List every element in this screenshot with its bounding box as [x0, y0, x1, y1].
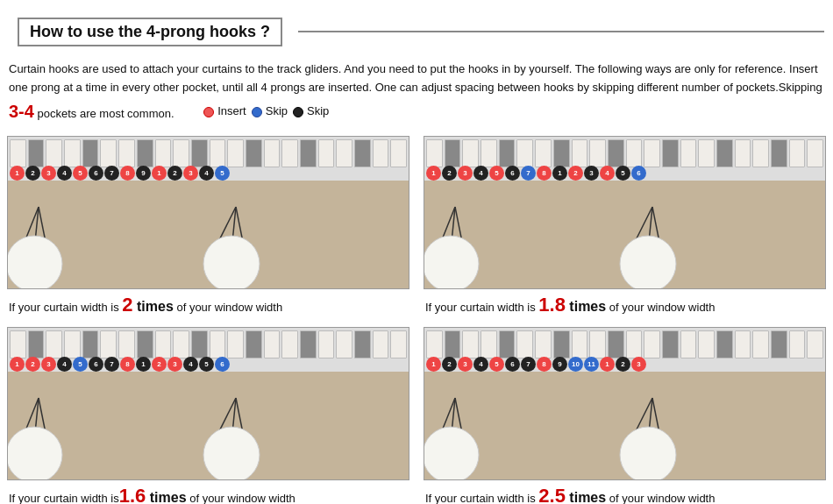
times-value: 2.5 — [538, 485, 566, 504]
diagram-image-2.5x: 1234567891011123 — [424, 327, 826, 480]
badge-1.8x-9: 2 — [568, 166, 583, 181]
desc-text2: pockets are most common. — [34, 107, 174, 120]
badge-1.8x-11: 4 — [600, 166, 615, 181]
times-word: times — [133, 299, 174, 314]
times-word: times — [146, 490, 186, 504]
diagram-image-2x: 12345678912345 — [7, 136, 409, 289]
badge-2.5x-2: 3 — [458, 357, 473, 372]
caption-prefix: If your curtain width is — [425, 301, 538, 314]
badge-2.5x-0: 1 — [426, 357, 441, 372]
diagrams-grid: 12345678912345 If your curtain width is … — [0, 132, 833, 504]
caption-2.5x: If your curtain width is 2.5 times of yo… — [424, 485, 826, 504]
description-block: Curtain hooks are used to attach your cu… — [0, 60, 833, 132]
svg-point-3 — [8, 236, 62, 288]
badge-1.6x-13: 6 — [215, 357, 230, 372]
legend-insert: Insert — [203, 103, 246, 121]
badge-2x-5: 6 — [89, 166, 103, 181]
badge-1.6x-9: 2 — [152, 357, 167, 372]
caption-prefix: If your curtain width is — [9, 492, 119, 504]
caption-suffix: of your window width — [174, 301, 282, 314]
caption-suffix: of your window width — [606, 492, 715, 504]
badge-2.5x-5: 6 — [505, 357, 520, 372]
badge-2x-6: 7 — [104, 166, 119, 181]
badge-1.8x-13: 6 — [631, 166, 646, 181]
svg-point-7 — [203, 236, 260, 288]
svg-point-11 — [424, 236, 479, 288]
badge-2.5x-6: 7 — [521, 357, 536, 372]
caption-prefix: If your curtain width is — [425, 492, 538, 504]
badge-1.8x-3: 4 — [473, 166, 488, 181]
badge-1.6x-2: 3 — [41, 357, 56, 372]
badge-2.5x-3: 4 — [473, 357, 488, 372]
badge-2.5x-4: 5 — [489, 357, 504, 372]
badge-1.6x-12: 5 — [199, 357, 214, 372]
diagram-image-1.8x: 12345678123456 — [424, 136, 826, 289]
badge-1.8x-7: 8 — [537, 166, 552, 181]
badge-2.5x-9: 10 — [568, 357, 583, 372]
badge-2x-3: 4 — [57, 166, 72, 181]
page-container: How to use the 4-prong hooks ? Curtain h… — [0, 9, 833, 504]
insert-dot-icon — [203, 107, 214, 117]
badge-2.5x-11: 1 — [600, 357, 615, 372]
badge-2x-13: 5 — [215, 166, 230, 181]
diagram-1.6x: 12345678123456 If your curtain width is1… — [0, 323, 416, 504]
badge-1.8x-4: 5 — [489, 166, 504, 181]
diagram-1.8x: 12345678123456 If your curtain width is … — [416, 132, 833, 323]
caption-1.6x: If your curtain width is1.6 times of you… — [7, 485, 409, 504]
skip1-dot-icon — [252, 107, 262, 117]
page-title: How to use the 4-prong hooks ? — [18, 18, 282, 46]
badge-2x-9: 1 — [152, 166, 167, 181]
badge-1.6x-10: 3 — [167, 357, 182, 372]
svg-point-19 — [8, 427, 62, 479]
legend-skip1: Skip — [252, 103, 288, 121]
badge-1.6x-11: 4 — [183, 357, 198, 372]
badge-1.6x-1: 2 — [25, 357, 40, 372]
badge-1.6x-0: 1 — [10, 357, 25, 372]
skip1-label: Skip — [266, 103, 288, 121]
caption-suffix: of your window width — [606, 301, 715, 314]
badge-2.5x-10: 11 — [584, 357, 599, 372]
badge-2x-2: 3 — [41, 166, 56, 181]
desc-text1: Curtain hooks are used to attach your cu… — [9, 62, 822, 94]
caption-2x: If your curtain width is 2 times of your… — [7, 294, 409, 316]
badge-2x-12: 4 — [199, 166, 214, 181]
badge-2x-1: 2 — [25, 166, 40, 181]
badge-1.6x-5: 6 — [89, 357, 103, 372]
times-value: 1.6 — [119, 485, 146, 504]
badge-1.8x-10: 3 — [584, 166, 599, 181]
badge-2x-7: 8 — [120, 166, 135, 181]
times-word: times — [566, 490, 606, 504]
badge-1.6x-6: 7 — [104, 357, 119, 372]
badge-1.8x-2: 3 — [458, 166, 473, 181]
badge-1.8x-8: 1 — [552, 166, 567, 181]
svg-point-31 — [620, 427, 676, 479]
badge-1.8x-12: 5 — [616, 166, 630, 181]
badge-2x-4: 5 — [73, 166, 88, 181]
legend: Insert Skip Skip — [203, 103, 329, 121]
times-value: 2 — [122, 294, 132, 316]
svg-point-15 — [620, 236, 676, 288]
caption-1.8x: If your curtain width is 1.8 times of yo… — [424, 294, 826, 316]
badge-2x-11: 3 — [183, 166, 198, 181]
badge-2x-10: 2 — [167, 166, 182, 181]
badge-1.8x-6: 7 — [521, 166, 536, 181]
badge-2.5x-1: 2 — [442, 357, 457, 372]
badge-1.8x-0: 1 — [426, 166, 441, 181]
badge-2x-0: 1 — [10, 166, 25, 181]
badge-1.6x-8: 1 — [136, 357, 151, 372]
svg-point-27 — [424, 427, 479, 479]
badge-2.5x-12: 2 — [616, 357, 630, 372]
highlight-number: 3-4 — [9, 102, 34, 121]
diagram-2.5x: 1234567891011123 If your curtain width i… — [416, 323, 833, 504]
badge-1.6x-4: 5 — [73, 357, 88, 372]
badge-1.8x-1: 2 — [442, 166, 457, 181]
legend-skip2: Skip — [293, 103, 329, 121]
times-word: times — [566, 299, 606, 314]
badge-2.5x-8: 9 — [552, 357, 567, 372]
caption-prefix: If your curtain width is — [9, 301, 122, 314]
badge-1.8x-5: 6 — [505, 166, 520, 181]
badge-2.5x-13: 3 — [631, 357, 646, 372]
svg-point-23 — [203, 427, 260, 479]
times-value: 1.8 — [538, 294, 566, 316]
insert-label: Insert — [217, 103, 246, 121]
